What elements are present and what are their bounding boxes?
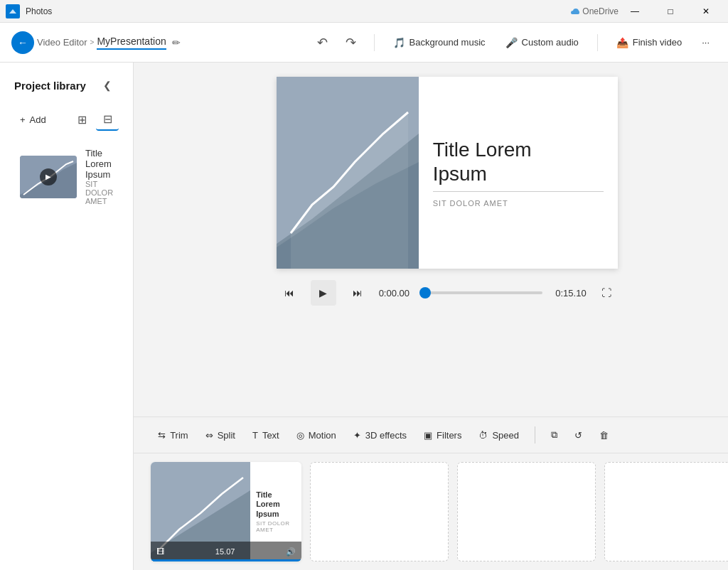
title-bar: Photos OneDrive — □ ✕: [0, 0, 728, 23]
breadcrumb-current: MyPresentation: [97, 36, 166, 50]
seek-bar[interactable]: [423, 291, 542, 294]
more-options-button[interactable]: ···: [695, 33, 717, 52]
undo-button[interactable]: ↶: [311, 31, 334, 54]
fullscreen-button[interactable]: ⛶: [595, 281, 618, 304]
timeline-empty-slot-3[interactable]: [604, 462, 728, 561]
minimize-button[interactable]: —: [619, 0, 651, 23]
timeline-progress-fill: [151, 559, 196, 561]
back-button[interactable]: ←: [11, 31, 34, 54]
timeline-card-duration: 15.07: [215, 547, 235, 556]
grid-small-view-button[interactable]: ⊟: [96, 108, 119, 131]
trim-button[interactable]: ⇆ Trim: [151, 426, 196, 445]
effects-3d-label: 3D effects: [365, 430, 407, 441]
duration-display: 0:15.10: [551, 288, 587, 299]
trim-label: Trim: [170, 430, 188, 441]
preview-divider: [433, 191, 604, 192]
onedrive-label: OneDrive: [582, 6, 619, 16]
media-name: Title Lorem Ipsum: [85, 148, 113, 180]
grid-large-view-button[interactable]: ⊞: [70, 108, 93, 131]
breadcrumb-sep: >: [90, 38, 95, 46]
skip-back-button[interactable]: ⏮: [277, 280, 302, 306]
more-edit-options-button[interactable]: ···: [721, 426, 728, 445]
motion-icon: ◎: [296, 430, 304, 441]
play-overlay-icon: ▶: [40, 168, 57, 185]
filters-icon: ▣: [424, 430, 432, 441]
speed-icon: ⏱: [478, 430, 488, 441]
custom-audio-button[interactable]: 🎤 Custom audio: [498, 33, 586, 53]
custom-audio-label: Custom audio: [522, 37, 579, 48]
video-preview: Title LoremIpsum SIT DOLOR AMET: [277, 77, 618, 269]
finish-video-button[interactable]: 📤 Finish video: [609, 33, 689, 53]
rotate-icon: ↺: [574, 430, 582, 441]
main-layout: Project library ❮ + Add ⊞ ⊟: [0, 63, 728, 570]
nav-area: ← Video Editor > MyPresentation ✏: [11, 31, 181, 54]
skip-back-icon: ⏮: [284, 287, 294, 299]
split-button[interactable]: ⇔ Split: [198, 426, 242, 445]
breadcrumb-parent: Video Editor: [37, 37, 87, 48]
crop-icon: ⧉: [551, 429, 557, 441]
sidebar-content: ▶ Title Lorem Ipsum SIT DOLOR AMET: [0, 136, 133, 570]
list-item[interactable]: ▶ Title Lorem Ipsum SIT DOLOR AMET: [14, 142, 119, 211]
edit-title-icon[interactable]: ✏: [172, 37, 181, 48]
seek-bar-container: [423, 291, 542, 294]
staircase-graphic: [277, 77, 419, 269]
back-icon: ←: [18, 37, 28, 48]
custom-audio-icon: 🎤: [505, 37, 518, 48]
timeline-card-sub: SIT DOLOR AMET: [256, 520, 296, 533]
timeline-card-video-icon: 🎞: [156, 547, 164, 556]
media-info: Title Lorem Ipsum SIT DOLOR AMET: [85, 148, 113, 205]
edit-toolbar: ⇆ Trim ⇔ Split T Text ◎ Motion ✦ 3D effe…: [134, 416, 728, 453]
skip-forward-button[interactable]: ⏭: [345, 280, 370, 306]
add-media-button[interactable]: + Add: [14, 112, 52, 128]
delete-icon: 🗑: [599, 430, 609, 441]
timeline-area: Title Lorem Ipsum SIT DOLOR AMET 🎞 15.07…: [134, 453, 728, 570]
more-icon: ···: [702, 37, 710, 48]
speed-label: Speed: [492, 430, 519, 441]
sidebar-toolbar: + Add ⊞ ⊟: [0, 102, 133, 136]
preview-subtitle: SIT DOLOR AMET: [433, 199, 604, 208]
delete-button[interactable]: 🗑: [592, 426, 616, 445]
fullscreen-icon: ⛶: [601, 287, 611, 299]
app-title: Photos: [26, 6, 52, 16]
add-label: Add: [30, 114, 46, 125]
project-library-sidebar: Project library ❮ + Add ⊞ ⊟: [0, 63, 134, 570]
onedrive-icon: [569, 6, 579, 16]
filters-button[interactable]: ▣ Filters: [417, 426, 469, 445]
toolbar-separator-2: [597, 34, 598, 51]
sidebar-collapse-button[interactable]: ❮: [96, 74, 119, 97]
play-button[interactable]: ▶: [311, 280, 336, 306]
background-music-label: Background music: [410, 37, 486, 48]
timeline-card-title: Title Lorem Ipsum: [256, 490, 296, 519]
maximize-button[interactable]: □: [654, 0, 687, 23]
redo-button[interactable]: ↷: [340, 31, 363, 54]
preview-main-title: Title LoremIpsum: [433, 138, 604, 185]
text-label: Text: [262, 430, 279, 441]
seek-thumb[interactable]: [419, 287, 431, 299]
media-subtitle: SIT DOLOR AMET: [85, 180, 113, 205]
timeline-card-volume-icon: 🔊: [286, 547, 296, 556]
main-toolbar: ← Video Editor > MyPresentation ✏ ↶ ↷ 🎵 …: [0, 23, 728, 63]
text-button[interactable]: T Text: [245, 426, 287, 445]
timeline-empty-slot-2[interactable]: [457, 462, 596, 561]
skip-forward-icon: ⏭: [353, 287, 363, 299]
add-icon: +: [20, 114, 26, 125]
timeline-card[interactable]: Title Lorem Ipsum SIT DOLOR AMET 🎞 15.07…: [151, 462, 301, 561]
crop-button[interactable]: ⧉: [544, 425, 564, 445]
close-button[interactable]: ✕: [690, 0, 722, 23]
trim-icon: ⇆: [158, 430, 166, 441]
timeline-card-overlay: 🎞 15.07 🔊: [151, 542, 301, 561]
background-music-button[interactable]: 🎵 Background music: [386, 33, 493, 53]
text-icon: T: [252, 430, 258, 441]
content-area: Title LoremIpsum SIT DOLOR AMET ⏮ ▶ ⏭ 0:…: [134, 63, 728, 570]
effects-3d-button[interactable]: ✦ 3D effects: [346, 426, 414, 445]
grid-small-icon: ⊟: [103, 112, 112, 126]
rotate-button[interactable]: ↺: [567, 426, 589, 445]
motion-label: Motion: [309, 430, 336, 441]
toolbar-separator-1: [374, 34, 375, 51]
play-icon: ▶: [319, 287, 327, 299]
preview-image: [277, 77, 419, 269]
speed-button[interactable]: ⏱ Speed: [471, 426, 526, 445]
onedrive-area: OneDrive: [569, 6, 619, 16]
timeline-empty-slot-1[interactable]: [310, 462, 449, 561]
motion-button[interactable]: ◎ Motion: [289, 426, 343, 445]
